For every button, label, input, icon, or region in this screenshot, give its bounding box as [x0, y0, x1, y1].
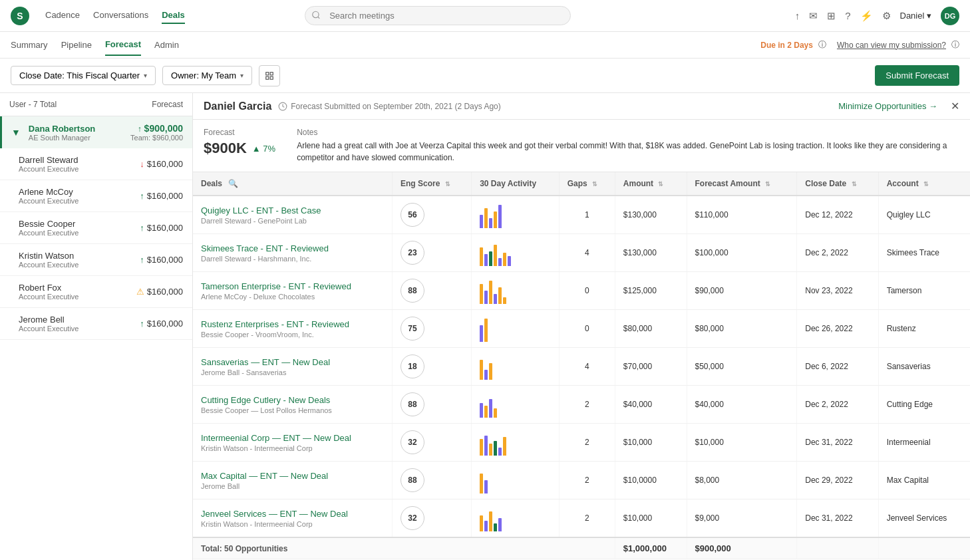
th-gaps[interactable]: Gaps ⇅	[559, 172, 615, 196]
nav-deals[interactable]: Deals	[162, 7, 185, 24]
th-forecast-amount[interactable]: Forecast Amount ⇅	[687, 172, 797, 196]
user-name: Daniel ▾	[900, 11, 931, 21]
ae-info: Jerome Bell Account Executive	[19, 315, 140, 333]
minimize-opportunities-button[interactable]: Minimize Opportunities →	[838, 101, 937, 111]
nav-conversations[interactable]: Conversations	[93, 7, 148, 24]
forecast-amount-cell: $40,000	[687, 386, 797, 424]
forecast-submitted-meta: Forecast Submitted on September 20th, 20…	[278, 102, 501, 111]
bolt-icon[interactable]: ⚡	[860, 10, 873, 22]
forecast-amount-cell: $8,000	[687, 462, 797, 499]
table-row: Tamerson Enterprise - ENT - Reviewed Arl…	[193, 272, 970, 310]
grid-view-button[interactable]	[259, 65, 280, 86]
deal-link[interactable]: Quigley LLC - ENT - Best Case	[201, 206, 384, 215]
deal-link[interactable]: Skimees Trace - ENT - Reviewed	[201, 243, 384, 253]
account-cell: Tamerson	[878, 272, 970, 310]
settings-icon[interactable]: ⚙	[882, 10, 891, 22]
gaps-cell: 2	[559, 424, 615, 462]
nav-cadence[interactable]: Cadence	[45, 7, 80, 24]
ae-name: Bessie Cooper	[19, 219, 140, 229]
eng-score-cell: 88	[392, 462, 471, 499]
submission-info-icon: ⓘ	[951, 39, 959, 51]
manager-info: Dana Robertson AE South Manager	[29, 124, 125, 142]
grid-icon[interactable]: ⊞	[827, 10, 836, 22]
ae-amount: ↑ $160,000	[140, 223, 183, 233]
th-deals[interactable]: Deals 🔍	[193, 172, 392, 196]
bar	[480, 284, 483, 304]
account-cell: Rustenz	[878, 310, 970, 348]
eng-score-circle: 23	[401, 241, 424, 265]
th-amount[interactable]: Amount ⇅	[615, 172, 687, 196]
amount-cell: $130,000	[615, 234, 687, 272]
message-icon[interactable]: ✉	[809, 10, 818, 22]
bar	[480, 325, 483, 342]
table-row: Rustenz Enterprises - ENT - Reviewed Bes…	[193, 310, 970, 348]
th-close-date[interactable]: Close Date ⇅	[797, 172, 878, 196]
owner-filter[interactable]: Owner: My Team ▾	[162, 66, 252, 85]
deal-sub-info: Darrell Steward - GenePoint Lab	[201, 217, 384, 225]
due-label: Due in 2 Days	[760, 41, 813, 50]
submit-forecast-button[interactable]: Submit Forecast	[875, 65, 959, 86]
deal-link[interactable]: Sansaverias — ENT — New Deal	[201, 357, 384, 367]
forecast-amount-cell: $90,000	[687, 272, 797, 310]
forecast-label: Forecast	[204, 128, 275, 137]
ae-forecast-value: $160,000	[147, 287, 183, 297]
upload-icon[interactable]: ↑	[795, 10, 800, 21]
ae-row[interactable]: Kristin Watson Account Executive ↑ $160,…	[0, 244, 192, 276]
deal-link[interactable]: Intermeenial Corp — ENT — New Deal	[201, 433, 384, 443]
ae-amount: ↑ $160,000	[140, 255, 183, 265]
deal-sub-info: Bessie Cooper — Lost Pollos Hermanos	[201, 406, 384, 414]
up-trend-icon: ↑	[140, 223, 144, 233]
deal-sub-info: Jerome Ball	[201, 482, 384, 490]
close-date-cell: Dec 31, 2022	[797, 499, 878, 538]
activity-cell	[472, 272, 559, 310]
bar	[494, 408, 497, 418]
deal-link[interactable]: Tamerson Enterprise - ENT - Reviewed	[201, 281, 384, 291]
subnav-admin[interactable]: Admin	[154, 35, 179, 55]
ae-row[interactable]: Robert Fox Account Executive ⚠ $160,000	[0, 276, 192, 308]
th-account[interactable]: Account ⇅	[878, 172, 970, 196]
gaps-value: 2	[579, 513, 594, 523]
deal-link[interactable]: Cutting Edge Cutlery - New Deals	[201, 395, 384, 405]
bar	[489, 281, 492, 304]
deal-link[interactable]: Jenveel Services — ENT — New Deal	[201, 509, 384, 519]
ae-forecast-value: $160,000	[147, 319, 183, 329]
deal-name-cell: Sansaverias — ENT — New Deal Jerome Ball…	[193, 348, 392, 386]
gaps-value: 2	[579, 438, 594, 447]
manager-row[interactable]: ▼ Dana Robertson AE South Manager ↑ $900…	[0, 116, 192, 148]
subnav-pipeline[interactable]: Pipeline	[61, 35, 92, 55]
ae-title: Account Executive	[19, 293, 136, 301]
ae-row[interactable]: Darrell Steward Account Executive ↓ $160…	[0, 148, 192, 180]
deals-search-icon[interactable]: 🔍	[228, 179, 238, 188]
ae-row[interactable]: Jerome Bell Account Executive ↑ $160,000	[0, 308, 192, 340]
eng-score-circle: 18	[401, 354, 424, 378]
gaps-value: 0	[579, 324, 594, 333]
deals-table: Deals 🔍 Eng Score ⇅ 30 Day Activity Gaps…	[193, 172, 970, 559]
eng-score-cell: 32	[392, 499, 471, 538]
deal-link[interactable]: Rustenz Enterprises - ENT - Reviewed	[201, 319, 384, 329]
gaps-cell: 0	[559, 310, 615, 348]
deal-sub-info: Jerome Ball - Sansaverias	[201, 368, 384, 376]
table-row: Jenveel Services — ENT — New Deal Kristi…	[193, 499, 970, 538]
table-header-row: Deals 🔍 Eng Score ⇅ 30 Day Activity Gaps…	[193, 172, 970, 196]
user-menu[interactable]: Daniel ▾	[900, 11, 931, 21]
bar	[484, 406, 488, 418]
expand-icon: ▼	[11, 127, 21, 138]
bar	[484, 521, 488, 531]
activity-chart	[480, 277, 550, 304]
help-icon[interactable]: ?	[845, 10, 850, 21]
deal-link[interactable]: Max Capital — ENT — New Deal	[201, 471, 384, 481]
subnav-forecast[interactable]: Forecast	[105, 34, 141, 56]
ae-row[interactable]: Arlene McCoy Account Executive ↑ $160,00…	[0, 180, 192, 212]
th-eng-score[interactable]: Eng Score ⇅	[392, 172, 471, 196]
account-cell: Intermeenial	[878, 424, 970, 462]
user-avatar[interactable]: DG	[941, 7, 959, 25]
close-panel-button[interactable]: ✕	[951, 100, 959, 112]
notes-label: Notes	[297, 128, 959, 137]
view-submission-link[interactable]: Who can view my submission?	[837, 41, 946, 50]
forecast-block: Forecast $900K ▲ 7%	[204, 128, 275, 164]
subnav-summary[interactable]: Summary	[11, 35, 48, 55]
close-date-filter[interactable]: Close Date: This Fiscal Quarter ▾	[11, 66, 156, 85]
search-input[interactable]	[305, 6, 571, 25]
ae-row[interactable]: Bessie Cooper Account Executive ↑ $160,0…	[0, 212, 192, 244]
deal-sub-info: Arlene McCoy - Deluxe Chocolates	[201, 293, 384, 301]
